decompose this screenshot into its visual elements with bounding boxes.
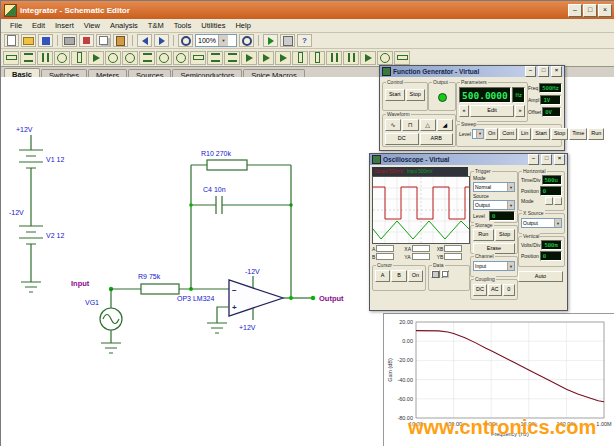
chevron-down-icon[interactable]: ▼ bbox=[507, 201, 514, 209]
triangle-wave-button[interactable]: △ bbox=[420, 119, 436, 131]
cursor-on-button[interactable]: On bbox=[408, 270, 423, 282]
component-opamp-button[interactable] bbox=[360, 51, 376, 65]
data-copy-button[interactable] bbox=[441, 270, 449, 278]
capacitor-c4[interactable]: C4 10n bbox=[189, 165, 293, 289]
menu-view[interactable]: View bbox=[79, 20, 105, 31]
h-mode-button-2[interactable] bbox=[554, 197, 562, 205]
component-wire-button[interactable] bbox=[3, 51, 19, 65]
component-transformer-button[interactable] bbox=[377, 51, 393, 65]
component-potentiometer-button[interactable] bbox=[224, 51, 240, 65]
vg1-source[interactable]: Input VG1 bbox=[71, 279, 122, 353]
cut-button[interactable] bbox=[79, 34, 94, 47]
component-voltage-source-button[interactable] bbox=[105, 51, 121, 65]
menu-tm[interactable]: T&M bbox=[143, 20, 169, 31]
oscilloscope-window[interactable]: Oscilloscope - Virtual – □ × Output 500m… bbox=[369, 153, 568, 311]
component-capacitor-button[interactable] bbox=[37, 51, 53, 65]
zoom-combo[interactable]: 100% ▼ bbox=[195, 34, 237, 47]
paste-button[interactable] bbox=[113, 34, 128, 47]
menu-edit[interactable]: Edit bbox=[27, 20, 50, 31]
redo-button[interactable] bbox=[154, 34, 169, 47]
battery-v2[interactable]: -12V V2 12 bbox=[9, 209, 64, 292]
cursor-b-button[interactable]: B bbox=[391, 270, 406, 282]
sweep-stop-button[interactable]: Stop bbox=[551, 128, 568, 140]
component-pnp-button[interactable] bbox=[309, 51, 325, 65]
scope-maximize-button[interactable]: □ bbox=[541, 154, 552, 165]
x-source-combo[interactable]: Output▼ bbox=[521, 218, 562, 228]
chevron-down-icon[interactable]: ▼ bbox=[476, 130, 483, 138]
output-led[interactable] bbox=[438, 93, 447, 102]
auto-button[interactable]: Auto bbox=[518, 271, 563, 282]
scope-screen[interactable] bbox=[372, 176, 470, 244]
trigger-mode-combo[interactable]: Normal▼ bbox=[473, 182, 515, 192]
edit-button[interactable]: Edit bbox=[470, 105, 514, 117]
fg-stop-button[interactable]: Stop bbox=[406, 89, 426, 101]
maximize-button[interactable]: □ bbox=[583, 4, 597, 17]
chevron-down-icon[interactable]: ▼ bbox=[218, 35, 228, 46]
component-battery-button[interactable] bbox=[71, 51, 87, 65]
resistor-r10[interactable]: R10 270k bbox=[191, 150, 291, 298]
coupling-ac-button[interactable]: AC bbox=[488, 284, 502, 296]
component-resistor-button[interactable] bbox=[20, 51, 36, 65]
run-analysis-button[interactable] bbox=[263, 34, 278, 47]
edit-prev-button[interactable]: « bbox=[459, 105, 469, 117]
component-led-button[interactable] bbox=[258, 51, 274, 65]
schematic-drawing[interactable]: +12V V1 12 -12V V2 12 Input VG1 bbox=[1, 77, 381, 446]
coupling-gnd-button[interactable]: 0 bbox=[503, 284, 515, 296]
sweep-start-button[interactable]: Start bbox=[532, 128, 550, 140]
open-file-button[interactable] bbox=[21, 34, 36, 47]
undo-button[interactable] bbox=[137, 34, 152, 47]
component-switch-button[interactable] bbox=[190, 51, 206, 65]
edit-next-button[interactable]: » bbox=[515, 105, 525, 117]
component-relay-button[interactable] bbox=[207, 51, 223, 65]
component-jfet-button[interactable] bbox=[343, 51, 359, 65]
sweep-level-combo[interactable]: ▼ bbox=[472, 129, 484, 139]
fg-close-button[interactable]: × bbox=[551, 66, 562, 77]
sweep-lin-button[interactable]: Lin bbox=[518, 128, 531, 140]
menu-analysis[interactable]: Analysis bbox=[105, 20, 143, 31]
chevron-down-icon[interactable]: ▼ bbox=[507, 183, 514, 191]
component-zener-button[interactable] bbox=[275, 51, 291, 65]
arb-button[interactable]: ARB bbox=[420, 133, 454, 145]
menu-insert[interactable]: Insert bbox=[50, 20, 79, 31]
scope-titlebar[interactable]: Oscilloscope - Virtual – □ × bbox=[370, 154, 567, 165]
ramp-wave-button[interactable]: ◢ bbox=[437, 119, 453, 131]
component-ammeter-button[interactable] bbox=[173, 51, 189, 65]
sweep-run-button[interactable]: Run bbox=[588, 128, 604, 140]
sine-wave-button[interactable]: ∿ bbox=[385, 119, 401, 131]
data-export-button[interactable] bbox=[431, 270, 440, 278]
zoom-in-button[interactable] bbox=[239, 34, 254, 47]
component-mosfet-button[interactable] bbox=[326, 51, 342, 65]
component-voltmeter-button[interactable] bbox=[156, 51, 172, 65]
menu-file[interactable]: File bbox=[5, 20, 27, 31]
fg-minimize-button[interactable]: – bbox=[525, 66, 536, 77]
sweep-cont-button[interactable]: Cont bbox=[499, 128, 517, 140]
h-mode-button-1[interactable] bbox=[545, 197, 553, 205]
close-button[interactable]: × bbox=[598, 4, 612, 17]
titlebar[interactable]: integrator - Schematic Editor – □ × bbox=[1, 1, 614, 19]
scope-close-button[interactable]: × bbox=[554, 154, 565, 165]
component-diode-button[interactable] bbox=[241, 51, 257, 65]
save-file-button[interactable] bbox=[38, 34, 53, 47]
minimize-button[interactable]: – bbox=[568, 4, 582, 17]
opamp-op3[interactable]: − + -12V +12V OP3 LM324 bbox=[177, 268, 283, 333]
storage-stop-button[interactable]: Stop bbox=[495, 229, 516, 241]
sweep-time-button[interactable]: Time bbox=[569, 128, 587, 140]
menu-help[interactable]: Help bbox=[230, 20, 255, 31]
storage-run-button[interactable]: Run bbox=[473, 229, 494, 241]
cursor-a-button[interactable]: A bbox=[375, 270, 390, 282]
scope-minimize-button[interactable]: – bbox=[528, 154, 539, 165]
component-ground-button[interactable] bbox=[88, 51, 104, 65]
component-npn-button[interactable] bbox=[292, 51, 308, 65]
channel-combo[interactable]: Input▼ bbox=[473, 261, 515, 271]
resistor-r9[interactable]: R9 75k bbox=[111, 273, 229, 294]
component-fuse-button[interactable] bbox=[394, 51, 410, 65]
new-file-button[interactable] bbox=[4, 34, 19, 47]
component-inductor-button[interactable] bbox=[54, 51, 70, 65]
fg-maximize-button[interactable]: □ bbox=[538, 66, 549, 77]
chevron-down-icon[interactable]: ▼ bbox=[507, 262, 514, 270]
dc-button[interactable]: DC bbox=[385, 133, 419, 145]
menu-tools[interactable]: Tools bbox=[169, 20, 197, 31]
output-node[interactable]: Output bbox=[283, 294, 344, 303]
function-generator-window[interactable]: Function Generator - Virtual – □ × Contr… bbox=[379, 65, 565, 151]
zoom-out-button[interactable] bbox=[178, 34, 193, 47]
